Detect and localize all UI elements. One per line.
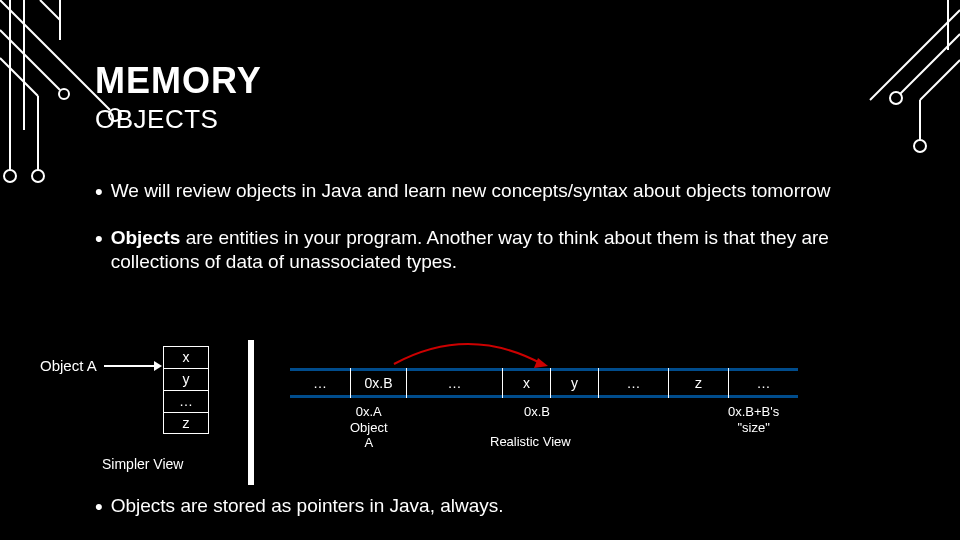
mem-cell: … <box>728 368 798 398</box>
memory-strip: … 0x.B … x y … z … <box>290 368 798 398</box>
mem-cell: … <box>406 368 502 398</box>
bullet-text: We will review objects in Java and learn… <box>111 179 831 204</box>
mem-cell: … <box>290 368 350 398</box>
svg-line-0 <box>0 0 110 110</box>
mem-cell: y <box>550 368 598 398</box>
svg-marker-21 <box>534 358 548 368</box>
stack-cell: z <box>163 412 209 434</box>
svg-point-6 <box>32 170 44 182</box>
svg-marker-20 <box>154 361 162 371</box>
bullet-dot-icon: • <box>95 228 103 250</box>
svg-line-14 <box>920 60 960 100</box>
mem-label-0xb: 0x.B <box>524 404 550 420</box>
mem-cell: … <box>598 368 668 398</box>
svg-line-4 <box>0 58 38 96</box>
bullet-item: • Objects are stored as pointers in Java… <box>95 494 504 519</box>
stack-cell: x <box>163 346 209 368</box>
slide-subtitle: OBJECTS <box>95 104 920 135</box>
mem-label-0xa: 0x.A Object A <box>350 404 388 451</box>
object-a-label: Object A <box>40 357 97 374</box>
bullet-item: • Objects are entities in your program. … <box>95 226 920 275</box>
object-field-stack: x y … z <box>163 346 209 434</box>
svg-line-11 <box>40 0 60 20</box>
divider <box>248 340 254 485</box>
simpler-view-label: Simpler View <box>102 456 183 472</box>
bullet-dot-icon: • <box>95 181 103 203</box>
mem-cell: 0x.B <box>350 368 406 398</box>
bullet-text: Objects are entities in your program. An… <box>111 226 920 275</box>
svg-point-8 <box>4 170 16 182</box>
stack-cell: … <box>163 390 209 412</box>
arrow-icon <box>102 356 162 380</box>
bullet-text: Objects are stored as pointers in Java, … <box>111 494 504 519</box>
bullet-item: • We will review objects in Java and lea… <box>95 179 920 204</box>
stack-cell: y <box>163 368 209 390</box>
mem-cell: x <box>502 368 550 398</box>
bullet-dot-icon: • <box>95 496 103 518</box>
svg-line-2 <box>0 30 60 90</box>
svg-point-3 <box>59 89 69 99</box>
mem-label-end: 0x.B+B's "size" <box>728 404 779 435</box>
memory-diagram: Object A x y … z Simpler View … 0x.B … x… <box>40 346 920 476</box>
mem-cell: z <box>668 368 728 398</box>
curved-arrow-icon <box>378 330 558 372</box>
realistic-view-label: Realistic View <box>490 434 571 450</box>
slide-title: MEMORY <box>95 60 920 102</box>
